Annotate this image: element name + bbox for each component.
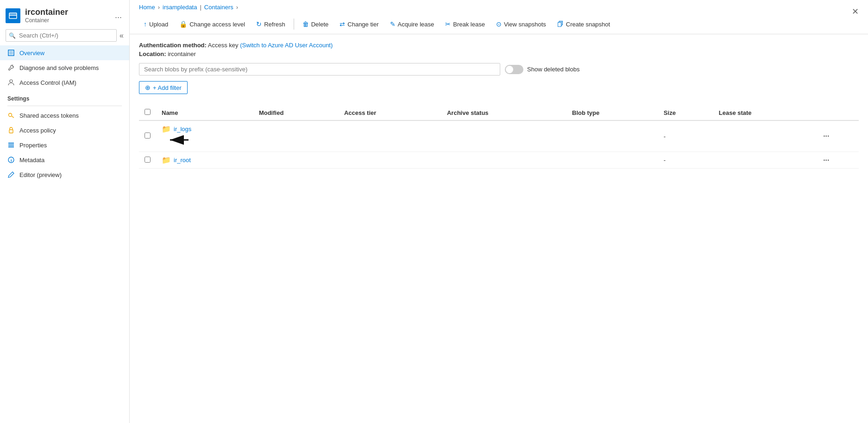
breadcrumb-sep-2: | — [200, 4, 201, 11]
search-input[interactable] — [6, 29, 117, 42]
breadcrumb: Home › irsampledata | Containers › — [130, 0, 868, 14]
sidebar-item-overview[interactable]: Overview — [0, 45, 129, 60]
cell-modified-0 — [253, 120, 339, 152]
key-icon — [7, 112, 15, 119]
sidebar-item-metadata[interactable]: i Metadata — [0, 152, 129, 167]
edit-icon — [7, 171, 15, 178]
location-label: Location: — [139, 51, 166, 57]
toolbar: ↑ Upload 🔒 Change access level ↻ Refresh… — [130, 14, 868, 34]
folder-icon-1: 📁 — [162, 156, 171, 164]
table-row: 📁ir_logs-··· — [139, 120, 859, 152]
select-all-checkbox[interactable] — [145, 109, 151, 115]
col-lease-state[interactable]: Lease state — [713, 105, 818, 120]
acquire-lease-button[interactable]: ✎ Acquire lease — [385, 18, 439, 30]
svg-rect-8 — [8, 143, 14, 144]
sidebar-item-shared-access-tokens[interactable]: Shared access tokens — [0, 108, 129, 123]
sidebar-item-properties[interactable]: Properties — [0, 138, 129, 152]
breadcrumb-sep-3: › — [236, 4, 238, 11]
cell-lease-state-0 — [713, 120, 818, 152]
cell-size-1: - — [658, 152, 713, 169]
row-checkbox-0[interactable] — [145, 133, 151, 139]
cell-modified-1 — [253, 152, 339, 169]
sidebar-item-metadata-label: Metadata — [19, 157, 44, 164]
cell-archive_status-0 — [441, 120, 566, 152]
svg-text:i: i — [11, 158, 12, 163]
row-more-button-1[interactable]: ··· — [823, 156, 829, 164]
auth-method-label: Authentication method: — [139, 42, 207, 49]
upload-button[interactable]: ↑ Upload — [139, 18, 173, 30]
cell-blob_type-1 — [566, 152, 658, 169]
person-icon — [7, 79, 15, 86]
create-snapshot-button[interactable]: 🗍 Create snapshot — [553, 18, 615, 30]
cell-access_tier-0 — [339, 120, 441, 152]
table-header-row: Name Modified Access tier Archive status… — [139, 105, 859, 120]
refresh-icon: ↻ — [256, 20, 262, 28]
toolbar-divider-1 — [294, 19, 294, 30]
sidebar-item-access-control-label: Access Control (IAM) — [19, 79, 76, 86]
lock-icon — [7, 126, 15, 134]
break-lease-button[interactable]: ✂ Break lease — [440, 18, 490, 30]
snapshots-icon: ⊙ — [496, 20, 502, 28]
sidebar-item-editor[interactable]: Editor (preview) — [0, 167, 129, 182]
sidebar-item-diagnose[interactable]: Diagnose and solve problems — [0, 60, 129, 75]
location-row: Location: ircontainer — [139, 51, 859, 57]
col-name[interactable]: Name — [156, 105, 253, 120]
add-filter-plus-icon: ⊕ — [145, 84, 151, 91]
sidebar-item-access-policy[interactable]: Access policy — [0, 123, 129, 138]
break-lease-icon: ✂ — [445, 20, 451, 28]
col-access-tier[interactable]: Access tier — [339, 105, 441, 120]
upload-icon: ↑ — [144, 20, 147, 28]
show-deleted-label: Show deleted blobs — [527, 66, 579, 73]
collapse-sidebar-button[interactable]: « — [120, 32, 124, 40]
svg-rect-7 — [9, 130, 13, 133]
select-all-header — [139, 105, 156, 120]
breadcrumb-containers[interactable]: Containers — [204, 4, 233, 11]
bars-icon — [7, 141, 15, 149]
show-deleted-toggle-row: Show deleted blobs — [505, 65, 579, 74]
sidebar-item-editor-label: Editor (preview) — [19, 171, 62, 178]
col-blob-type[interactable]: Blob type — [566, 105, 658, 120]
cell-size-0: - — [658, 120, 713, 152]
change-access-level-button[interactable]: 🔒 Change access level — [175, 18, 250, 30]
svg-rect-4 — [9, 51, 13, 55]
blob-table: Name Modified Access tier Archive status… — [139, 105, 859, 169]
add-filter-button[interactable]: ⊕ + Add filter — [139, 81, 188, 94]
location-value: ircontainer — [168, 51, 196, 57]
show-deleted-toggle[interactable] — [505, 65, 523, 74]
breadcrumb-home[interactable]: Home — [139, 4, 155, 11]
sidebar-item-shared-access-tokens-label: Shared access tokens — [19, 112, 79, 119]
switch-auth-link[interactable]: (Switch to Azure AD User Account) — [240, 42, 333, 49]
col-size[interactable]: Size — [658, 105, 713, 120]
container-icon — [6, 8, 20, 23]
svg-rect-9 — [8, 145, 14, 145]
col-archive-status[interactable]: Archive status — [441, 105, 566, 120]
view-snapshots-button[interactable]: ⊙ View snapshots — [491, 18, 551, 30]
refresh-button[interactable]: ↻ Refresh — [252, 18, 290, 30]
row-checkbox-1[interactable] — [145, 157, 151, 163]
row-more-button-0[interactable]: ··· — [823, 132, 829, 140]
info-icon: i — [7, 156, 15, 164]
svg-point-6 — [9, 114, 12, 117]
blob-search-input[interactable] — [139, 63, 500, 76]
sidebar-item-diagnose-label: Diagnose and solve problems — [19, 64, 99, 71]
change-tier-button[interactable]: ⇄ Change tier — [335, 18, 383, 30]
create-snapshot-icon: 🗍 — [557, 20, 564, 28]
main-content: Home › irsampledata | Containers › ↑ Upl… — [130, 0, 868, 423]
close-button[interactable]: ✕ — [852, 6, 859, 17]
col-modified[interactable]: Modified — [253, 105, 339, 120]
more-options[interactable]: ... — [115, 11, 122, 20]
sidebar-item-access-control[interactable]: Access Control (IAM) — [0, 75, 129, 90]
auth-info: Authentication method: Access key (Switc… — [139, 42, 859, 57]
tier-icon: ⇄ — [340, 20, 345, 28]
trash-icon: 🗑 — [302, 20, 309, 28]
search-icon: 🔍 — [9, 32, 16, 39]
wrench-icon — [7, 64, 15, 71]
resource-subtitle: Container — [25, 17, 110, 24]
breadcrumb-irsampledata[interactable]: irsampledata — [163, 4, 197, 11]
search-filter-row: Show deleted blobs — [139, 63, 859, 76]
folder-link-1[interactable]: 📁ir_root — [162, 156, 248, 164]
delete-button[interactable]: 🗑 Delete — [298, 18, 333, 30]
toggle-knob — [506, 66, 513, 73]
folder-link-0[interactable]: 📁ir_logs — [162, 125, 248, 133]
breadcrumb-sep-1: › — [158, 4, 160, 11]
